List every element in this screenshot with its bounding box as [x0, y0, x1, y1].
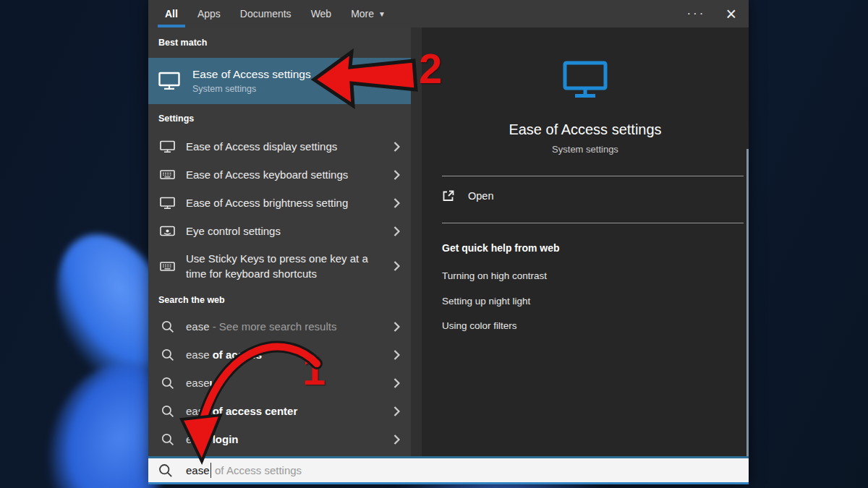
result-label: Use Sticky Keys to press one key at a ti…	[186, 251, 388, 281]
result-label: Ease of Access brightness setting	[186, 196, 388, 210]
chevron-right-icon	[393, 435, 401, 445]
results-column: Best match Ease of Access settings Syste…	[148, 27, 411, 456]
web-result-label: ease of access	[186, 348, 388, 362]
monitor-icon	[158, 197, 176, 210]
text-cursor	[210, 463, 212, 478]
monitor-icon	[158, 140, 176, 153]
best-match-result[interactable]: Ease of Access settings System settings	[148, 58, 411, 104]
web-result-label: ease of access center	[186, 404, 388, 419]
keyboard-icon	[158, 169, 176, 180]
result-label: Ease of Access display settings	[186, 140, 388, 154]
best-match-title: Ease of Access settings	[192, 68, 311, 81]
chevron-right-icon	[393, 350, 401, 360]
chevron-right-icon	[393, 378, 401, 388]
result-label: Ease of Access keyboard settings	[186, 168, 388, 182]
preview-subtitle: System settings	[422, 144, 749, 155]
tab-apps[interactable]: Apps	[197, 0, 221, 27]
keyboard-icon	[158, 261, 176, 272]
chevron-down-icon: ▼	[378, 10, 386, 18]
chevron-right-icon	[393, 406, 401, 416]
web-result-label: ease - See more search results	[186, 320, 388, 334]
search-icon	[158, 348, 176, 361]
quick-help-header: Get quick help from web	[442, 242, 560, 254]
web-result-label: easeus	[186, 376, 388, 390]
result-label: Eye control settings	[186, 224, 388, 239]
chevron-right-icon	[393, 261, 401, 271]
chevron-right-icon	[393, 170, 401, 180]
search-flyout: All Apps Documents Web More ▼ ··· × Best…	[148, 0, 749, 484]
tab-documents-label: Documents	[240, 8, 292, 20]
search-input[interactable]: ease of Access settings	[148, 456, 749, 484]
search-typed-text: ease	[186, 464, 210, 476]
divider	[442, 223, 744, 223]
scrollbar[interactable]	[746, 149, 749, 456]
result-ease-of-access-brightness-setting[interactable]: Ease of Access brightness setting	[148, 189, 411, 217]
quick-help-link-night-light[interactable]: Setting up night light	[442, 296, 530, 307]
search-filter-tabbar: All Apps Documents Web More ▼ ··· ×	[148, 0, 749, 27]
chevron-right-icon	[393, 226, 401, 236]
search-icon	[158, 405, 176, 418]
chevron-right-icon	[393, 142, 401, 152]
search-icon	[158, 320, 176, 333]
chevron-right-icon	[393, 322, 401, 332]
result-eye-control-settings[interactable]: Eye control settings	[148, 217, 411, 245]
result-ease-of-access-keyboard-settings[interactable]: Ease of Access keyboard settings	[148, 160, 411, 189]
quick-help-link-color-filters[interactable]: Using color filters	[442, 320, 517, 331]
eye-icon	[158, 226, 176, 237]
web-result-ease-of-access-center[interactable]: ease of access center	[148, 397, 411, 425]
preview-pane: Ease of Access settings System settings …	[422, 27, 749, 456]
best-match-subtitle: System settings	[192, 84, 311, 94]
web-result-see-more[interactable]: ease - See more search results	[148, 312, 411, 341]
open-button[interactable]: Open	[442, 189, 493, 202]
search-icon	[158, 377, 176, 390]
tab-more-label: More	[351, 8, 374, 20]
tab-all[interactable]: All	[165, 0, 178, 27]
settings-section-header: Settings	[158, 114, 194, 124]
tabbar-actions: ··· ×	[686, 0, 749, 27]
preview-title: Ease of Access settings	[422, 121, 749, 138]
chevron-right-icon	[393, 198, 401, 208]
tab-web[interactable]: Web	[311, 0, 332, 27]
search-icon	[158, 463, 176, 478]
open-button-label: Open	[468, 190, 493, 202]
search-suggestion-ghost-text: of Access settings	[215, 464, 302, 476]
web-result-ease-login[interactable]: ease login	[148, 425, 411, 453]
tab-more[interactable]: More ▼	[351, 0, 386, 27]
tab-all-label: All	[165, 8, 178, 20]
tab-documents[interactable]: Documents	[240, 0, 292, 27]
web-result-ease-of-access[interactable]: ease of access	[148, 341, 411, 369]
tab-apps-label: Apps	[197, 8, 221, 20]
web-result-label: ease login	[186, 432, 388, 447]
search-results-body: Best match Ease of Access settings Syste…	[148, 27, 749, 456]
result-sticky-keys[interactable]: Use Sticky Keys to press one key at a ti…	[148, 245, 411, 287]
monitor-icon	[562, 60, 608, 99]
more-options-button[interactable]: ···	[686, 10, 705, 17]
quick-help-link-high-contrast[interactable]: Turning on high contrast	[442, 270, 547, 281]
search-icon	[158, 433, 176, 446]
column-divider	[411, 27, 422, 456]
result-ease-of-access-display-settings[interactable]: Ease of Access display settings	[148, 132, 411, 160]
web-section-header: Search the web	[158, 295, 225, 305]
divider	[442, 176, 744, 176]
best-match-header: Best match	[158, 38, 207, 48]
tab-web-label: Web	[311, 8, 332, 20]
open-external-icon	[442, 189, 455, 202]
close-icon[interactable]: ×	[726, 7, 736, 21]
web-result-easeus[interactable]: easeus	[148, 369, 411, 397]
monitor-icon	[158, 72, 182, 90]
